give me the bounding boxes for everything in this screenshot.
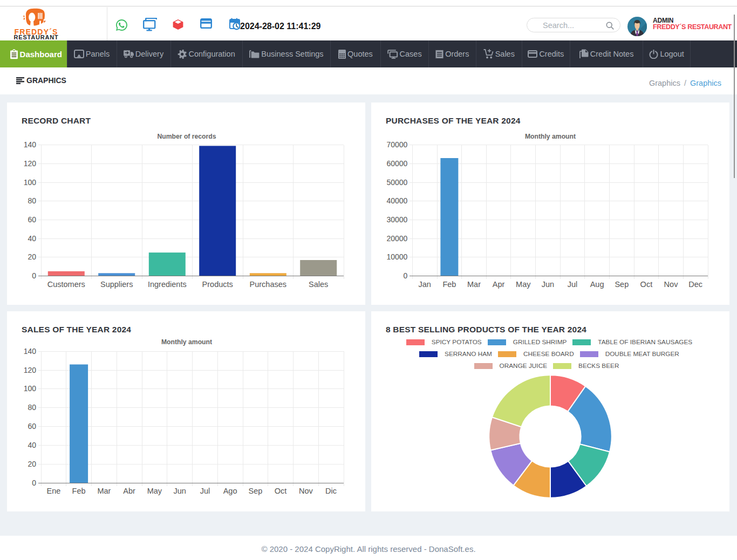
svg-text:80: 80 — [28, 196, 36, 205]
svg-text:Dec: Dec — [688, 280, 702, 289]
svg-text:Mar: Mar — [97, 487, 111, 495]
svg-text:60: 60 — [28, 215, 36, 224]
svg-text:Ingredients: Ingredients — [148, 280, 187, 289]
svg-text:120: 120 — [24, 366, 37, 374]
svg-text:0: 0 — [32, 271, 36, 280]
svg-text:60000: 60000 — [386, 159, 407, 168]
svg-text:0: 0 — [32, 479, 36, 487]
svg-text:70000: 70000 — [386, 140, 407, 149]
svg-text:Suppliers: Suppliers — [100, 280, 133, 289]
svg-text:Customers: Customers — [47, 280, 85, 289]
svg-text:Jan: Jan — [419, 280, 431, 289]
svg-text:Oct: Oct — [275, 487, 287, 495]
svg-text:40000: 40000 — [386, 196, 407, 205]
svg-text:140: 140 — [24, 347, 37, 356]
svg-text:Nov: Nov — [299, 487, 313, 495]
svg-text:Sep: Sep — [248, 487, 262, 495]
svg-text:Monthly amount: Monthly amount — [161, 338, 212, 346]
svg-text:30000: 30000 — [386, 215, 407, 224]
svg-text:0: 0 — [404, 271, 408, 280]
svg-text:40: 40 — [28, 441, 36, 449]
svg-text:Oct: Oct — [640, 280, 653, 289]
svg-text:Jul: Jul — [200, 487, 210, 495]
svg-text:May: May — [147, 487, 162, 495]
svg-text:10000: 10000 — [386, 252, 407, 261]
svg-text:20: 20 — [28, 252, 36, 261]
svg-text:50000: 50000 — [386, 178, 407, 187]
svg-text:Ene: Ene — [46, 487, 60, 495]
svg-text:140: 140 — [24, 140, 37, 149]
svg-text:Number of records: Number of records — [157, 133, 216, 140]
svg-text:Feb: Feb — [72, 487, 86, 495]
svg-text:Purchases: Purchases — [250, 280, 287, 289]
svg-text:Apr: Apr — [493, 280, 505, 289]
svg-text:Feb: Feb — [442, 280, 456, 289]
svg-text:Products: Products — [202, 280, 233, 289]
svg-text:Sep: Sep — [615, 280, 629, 289]
svg-text:Ago: Ago — [223, 487, 237, 495]
svg-text:Aug: Aug — [590, 280, 604, 289]
svg-text:Monthly amount: Monthly amount — [525, 133, 576, 140]
svg-text:May: May — [516, 280, 531, 289]
svg-text:Jul: Jul — [568, 280, 578, 289]
svg-text:20: 20 — [28, 460, 36, 468]
svg-text:120: 120 — [24, 159, 37, 168]
svg-text:Dic: Dic — [325, 487, 337, 495]
svg-text:Abr: Abr — [123, 487, 135, 495]
svg-text:60: 60 — [28, 422, 36, 431]
svg-text:80: 80 — [28, 403, 36, 412]
svg-text:100: 100 — [24, 178, 37, 187]
svg-text:40: 40 — [28, 234, 36, 243]
svg-text:Nov: Nov — [664, 280, 679, 289]
svg-text:100: 100 — [24, 384, 37, 393]
svg-text:20000: 20000 — [386, 234, 407, 243]
svg-text:Mar: Mar — [467, 280, 481, 289]
svg-text:Jun: Jun — [173, 487, 186, 495]
svg-text:Jun: Jun — [542, 280, 554, 289]
svg-text:Sales: Sales — [309, 280, 328, 289]
